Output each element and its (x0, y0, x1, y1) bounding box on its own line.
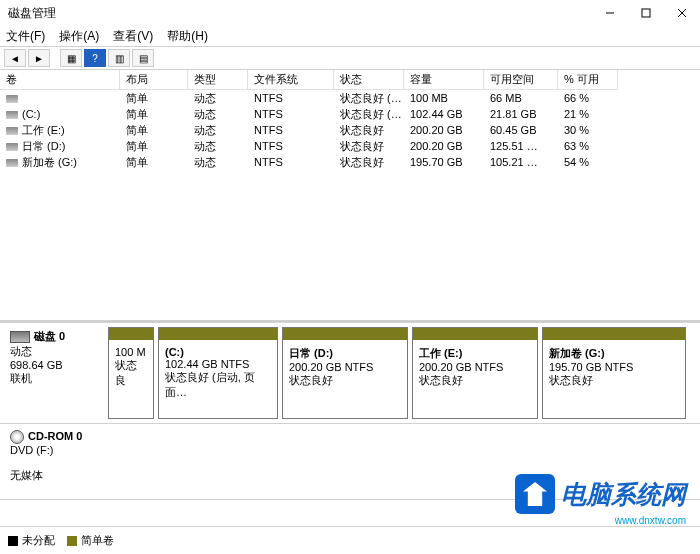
drive-icon (6, 111, 18, 119)
table-row[interactable]: (C:)简单动态NTFS状态良好 (…102.44 GB21.81 GB21 % (0, 106, 700, 122)
disk-0-status: 联机 (10, 371, 104, 386)
table-row[interactable]: 简单动态NTFS状态良好 (…100 MB66 MB66 % (0, 90, 700, 106)
col-percent[interactable]: % 可用 (558, 70, 618, 90)
table-row[interactable]: 日常 (D:)简单动态NTFS状态良好200.20 GB125.51 …63 % (0, 138, 700, 154)
partition[interactable]: 新加卷 (G:)195.70 GB NTFS状态良好 (542, 327, 686, 419)
disk-0-row[interactable]: 磁盘 0 动态 698.64 GB 联机 100 M状态良(C:)102.44 … (0, 323, 700, 424)
disk-0-type: 动态 (10, 344, 104, 359)
back-button[interactable]: ◄ (4, 49, 26, 67)
drive-icon (6, 143, 18, 151)
disk-0-size: 698.64 GB (10, 359, 104, 371)
window-title: 磁盘管理 (8, 5, 592, 22)
swatch-olive (67, 536, 77, 546)
table-header: 卷 布局 类型 文件系统 状态 容量 可用空间 % 可用 (0, 70, 700, 90)
col-volume[interactable]: 卷 (0, 70, 120, 90)
cd-icon (10, 430, 24, 444)
table-row[interactable]: 新加卷 (G:)简单动态NTFS状态良好195.70 GB105.21 …54 … (0, 154, 700, 170)
menu-view[interactable]: 查看(V) (113, 28, 153, 45)
watermark-url: www.dnxtw.com (615, 515, 686, 526)
disk-0-info: 磁盘 0 动态 698.64 GB 联机 (0, 323, 108, 423)
cdrom-status: 无媒体 (10, 468, 104, 483)
svg-rect-1 (642, 9, 650, 17)
swatch-black (8, 536, 18, 546)
drive-icon (6, 159, 18, 167)
cdrom-info: CD-ROM 0 DVD (F:) 无媒体 (0, 424, 108, 499)
watermark-text: 电脑系统网 (561, 478, 686, 511)
volume-list: 卷 布局 类型 文件系统 状态 容量 可用空间 % 可用 简单动态NTFS状态良… (0, 70, 700, 170)
cdrom-type: DVD (F:) (10, 444, 104, 456)
legend: 未分配 简单卷 (0, 526, 700, 554)
legend-unallocated: 未分配 (8, 533, 55, 548)
drive-icon (6, 95, 18, 103)
col-filesystem[interactable]: 文件系统 (248, 70, 334, 90)
toolbar-btn-3[interactable]: ▤ (132, 49, 154, 67)
partition[interactable]: 工作 (E:)200.20 GB NTFS状态良好 (412, 327, 538, 419)
watermark: 电脑系统网 (515, 474, 686, 514)
disk-0-label: 磁盘 0 (34, 330, 65, 342)
minimize-button[interactable] (592, 0, 628, 26)
disk-0-partitions: 100 M状态良(C:)102.44 GB NTFS状态良好 (启动, 页面…日… (108, 323, 700, 423)
watermark-logo-icon (515, 474, 555, 514)
toolbar: ◄ ► ▦ ? ▥ ▤ (0, 46, 700, 70)
maximize-button[interactable] (628, 0, 664, 26)
col-status[interactable]: 状态 (334, 70, 404, 90)
menu-action[interactable]: 操作(A) (59, 28, 99, 45)
disk-icon (10, 331, 30, 343)
toolbar-btn-2[interactable]: ▥ (108, 49, 130, 67)
table-row[interactable]: 工作 (E:)简单动态NTFS状态良好200.20 GB60.45 GB30 % (0, 122, 700, 138)
col-free[interactable]: 可用空间 (484, 70, 558, 90)
drive-icon (6, 127, 18, 135)
help-icon[interactable]: ? (84, 49, 106, 67)
col-type[interactable]: 类型 (188, 70, 248, 90)
cdrom-label: CD-ROM 0 (28, 430, 82, 442)
window-controls (592, 0, 700, 26)
title-bar: 磁盘管理 (0, 0, 700, 26)
legend-simple-volume: 简单卷 (67, 533, 114, 548)
partition[interactable]: 日常 (D:)200.20 GB NTFS状态良好 (282, 327, 408, 419)
toolbar-btn-1[interactable]: ▦ (60, 49, 82, 67)
menu-bar: 文件(F) 操作(A) 查看(V) 帮助(H) (0, 26, 700, 46)
col-capacity[interactable]: 容量 (404, 70, 484, 90)
close-button[interactable] (664, 0, 700, 26)
partition[interactable]: 100 M状态良 (108, 327, 154, 419)
forward-button[interactable]: ► (28, 49, 50, 67)
col-layout[interactable]: 布局 (120, 70, 188, 90)
menu-file[interactable]: 文件(F) (6, 28, 45, 45)
partition[interactable]: (C:)102.44 GB NTFS状态良好 (启动, 页面… (158, 327, 278, 419)
menu-help[interactable]: 帮助(H) (167, 28, 208, 45)
